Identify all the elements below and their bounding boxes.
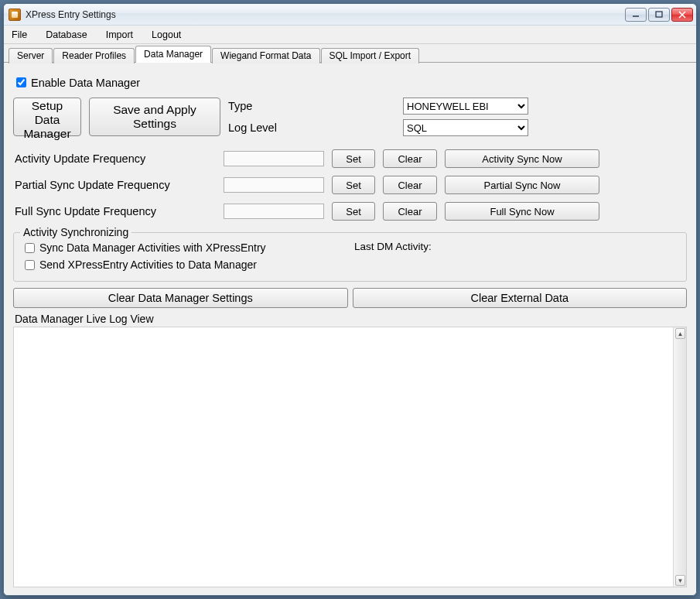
activity-freq-label: Activity Update Frequency — [13, 152, 216, 165]
maximize-button[interactable] — [648, 8, 670, 22]
tabstrip: Server Reader Profiles Data Manager Wieg… — [4, 44, 696, 63]
send-xpress-to-dm-checkbox[interactable] — [25, 260, 35, 270]
menubar: File Database Import Logout — [4, 26, 696, 44]
clear-external-data-button[interactable]: Clear External Data — [353, 288, 688, 308]
app-icon — [9, 9, 21, 21]
tab-panel-data-manager: Enable Data Manager Type HONEYWELL EBI S… — [4, 62, 696, 595]
type-label: Type — [228, 100, 395, 112]
activity-set-button[interactable]: Set — [332, 149, 375, 168]
sync-dm-to-xpress-checkbox[interactable] — [25, 243, 35, 253]
live-log-view[interactable]: ▲ ▼ — [13, 327, 687, 587]
menu-database[interactable]: Database — [43, 28, 90, 42]
activity-sync-group: Activity Synchronizing Sync Data Manager… — [13, 232, 687, 282]
scroll-up-icon[interactable]: ▲ — [675, 328, 685, 339]
type-select[interactable]: HONEYWELL EBI — [403, 98, 528, 115]
tab-sql-import-export[interactable]: SQL Import / Export — [321, 48, 420, 63]
full-set-button[interactable]: Set — [332, 202, 375, 221]
tab-wiegand[interactable]: Wiegand Format Data — [212, 48, 319, 63]
full-freq-input[interactable] — [224, 204, 324, 219]
activity-sync-now-button[interactable]: Activity Sync Now — [445, 149, 599, 168]
last-dm-activity-label: Last DM Activity: — [354, 241, 432, 252]
svg-rect-1 — [656, 12, 662, 17]
menu-import[interactable]: Import — [103, 28, 136, 42]
partial-freq-input[interactable] — [224, 177, 324, 193]
enable-data-manager-checkbox[interactable] — [16, 77, 26, 87]
menu-logout[interactable]: Logout — [149, 28, 184, 42]
tab-reader-profiles[interactable]: Reader Profiles — [53, 48, 135, 63]
tab-server[interactable]: Server — [9, 48, 53, 63]
scroll-down-icon[interactable]: ▼ — [675, 575, 685, 586]
minimize-button[interactable] — [625, 8, 647, 22]
save-apply-settings-button[interactable]: Save and Apply Settings — [89, 98, 220, 136]
close-button[interactable] — [671, 8, 693, 22]
log-level-label: Log Level — [228, 122, 395, 134]
setup-data-manager-button[interactable]: Setup Data Manager — [13, 98, 81, 136]
full-sync-now-button[interactable]: Full Sync Now — [445, 202, 599, 221]
activity-clear-button[interactable]: Clear — [383, 149, 437, 168]
window-title: XPress Entry Settings — [26, 9, 625, 20]
titlebar: XPress Entry Settings — [4, 4, 696, 26]
activity-freq-input[interactable] — [224, 151, 324, 166]
menu-file[interactable]: File — [9, 28, 30, 42]
live-log-label: Data Manager Live Log View — [13, 313, 687, 325]
log-scrollbar[interactable]: ▲ ▼ — [673, 327, 686, 587]
partial-freq-label: Partial Sync Update Frequency — [13, 179, 216, 191]
activity-sync-legend: Activity Synchronizing — [20, 226, 131, 238]
sync-dm-to-xpress-label: Sync Data Manager Activities with XPress… — [39, 241, 266, 254]
partial-set-button[interactable]: Set — [332, 176, 375, 194]
full-freq-label: Full Sync Update Frequency — [13, 205, 216, 217]
tab-data-manager[interactable]: Data Manager — [135, 46, 211, 63]
partial-sync-now-button[interactable]: Partial Sync Now — [445, 176, 599, 194]
full-clear-button[interactable]: Clear — [383, 202, 437, 221]
enable-data-manager-label: Enable Data Manager — [31, 77, 140, 89]
send-xpress-to-dm-label: Send XPressEntry Activities to Data Mana… — [39, 258, 257, 271]
log-level-select[interactable]: SQL — [403, 119, 528, 136]
partial-clear-button[interactable]: Clear — [383, 176, 437, 194]
app-window: XPress Entry Settings File Database Impo… — [3, 3, 697, 596]
clear-data-manager-settings-button[interactable]: Clear Data Manager Settings — [13, 288, 348, 308]
